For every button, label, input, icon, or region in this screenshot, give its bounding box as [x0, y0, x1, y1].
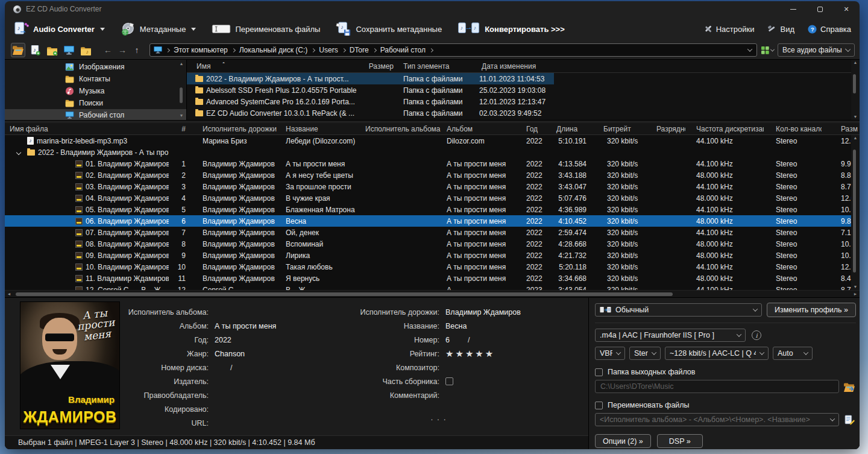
tree-item[interactable]: Поиски: [5, 97, 186, 109]
track-row[interactable]: 01. Владимир Ждамиров - А ты про... 1 Вл…: [5, 158, 860, 169]
breadcrumb[interactable]: Этот компьютер Локальный диск (C:) Users…: [149, 43, 757, 57]
scroll-down-icon[interactable]: ▼: [180, 113, 184, 119]
view-mode-button[interactable]: [760, 43, 775, 57]
column-header-album[interactable]: Альбом: [442, 125, 521, 133]
track-row[interactable]: 03. Владимир Ждамиров - За прош... 3 Вла…: [5, 181, 860, 192]
maximize-button[interactable]: [807, 1, 833, 17]
genre-field[interactable]: Chanson: [209, 350, 245, 358]
profile-select[interactable]: Обычный: [595, 303, 762, 317]
tree-item[interactable]: Рабочий стол: [5, 109, 186, 120]
folder-row[interactable]: Abelssoft SSD Fresh Plus 12.0.45575 Port…: [187, 84, 554, 96]
track-row[interactable]: marina-briz-lebedi-mp3.mp3 Марина Бриз Л…: [5, 135, 860, 147]
edit-profile-button[interactable]: Изменить профиль »: [767, 303, 856, 317]
quality-select[interactable]: ~128 kbit/s | AAC-LC | Q 4: [665, 347, 769, 360]
rename-pattern-select[interactable]: <Исполнитель альбома> - <Альбом>\<Номер>…: [595, 413, 839, 426]
track-number-field[interactable]: 6: [439, 336, 450, 344]
breadcrumb-item[interactable]: DTore: [350, 46, 369, 54]
audio-converter-menu[interactable]: Audio Converter: [13, 22, 105, 36]
rename-files-checkbox[interactable]: [595, 402, 603, 409]
folder-row[interactable]: EZ CD Audio Converter 10.3.0.1 RePack (&…: [187, 107, 554, 119]
track-list-scrollbar[interactable]: ▲ ▼: [851, 135, 860, 290]
convert-button[interactable]: Конвертировать >>>: [458, 22, 565, 36]
view-button[interactable]: Вид: [767, 25, 794, 34]
column-header-name[interactable]: Имя ▲: [187, 62, 359, 71]
disc-number-field[interactable]: /: [209, 364, 232, 372]
tree-scrollbar[interactable]: ▲ ▼: [178, 61, 185, 119]
album-field[interactable]: А ты прости меня: [209, 322, 276, 330]
track-row[interactable]: 07. Владимир Ждамиров - Ой, дене... 7 Вл…: [5, 227, 860, 238]
back-icon[interactable]: ←: [101, 45, 115, 55]
track-row[interactable]: 04. Владимир Ждамиров - В чужие ... 4 Вл…: [5, 192, 860, 204]
tree-item[interactable]: Изображения: [5, 61, 186, 73]
output-path-input[interactable]: C:\Users\DTore\Music: [595, 380, 839, 393]
folder-row[interactable]: Advanced SystemCare Pro 16.2.0.169 Porta…: [187, 96, 554, 107]
rating-stars[interactable]: ★★★★★: [439, 348, 495, 359]
column-header-title[interactable]: Название: [281, 125, 360, 133]
column-header-channels[interactable]: Кол-во каналов: [764, 125, 822, 133]
track-row[interactable]: 06. Владимир Ждамиров - Весна.m... 6 Вла…: [5, 215, 860, 227]
title-bar[interactable]: EZ CD Audio Converter ✕: [5, 1, 860, 17]
scroll-right-icon[interactable]: ►: [851, 291, 860, 297]
column-header-type[interactable]: Тип элемента: [396, 62, 474, 71]
track-row[interactable]: 09. Владимир Ждамиров - Лирика.... 9 Вла…: [5, 250, 860, 261]
scroll-down-icon[interactable]: ▼: [854, 284, 858, 290]
options-button[interactable]: Опции (2) »: [595, 434, 651, 448]
scroll-up-icon[interactable]: ▲: [180, 61, 184, 67]
dsp-button[interactable]: DSP »: [657, 434, 703, 448]
scroll-down-icon[interactable]: ▼: [854, 114, 858, 120]
column-header-size[interactable]: Размер: [822, 125, 858, 133]
track-row[interactable]: 11. Владимир Ждамиров - Я вернус... 11 В…: [5, 273, 860, 284]
scroll-up-icon[interactable]: ▲: [854, 135, 858, 141]
help-button[interactable]: Справка: [808, 25, 851, 34]
settings-button[interactable]: Настройки: [703, 25, 755, 34]
format-info-button[interactable]: i: [752, 330, 761, 340]
save-metadata-button[interactable]: Сохранить метаданные: [336, 22, 442, 36]
file-filter-select[interactable]: Все аудио файлы: [778, 43, 855, 57]
expander-icon[interactable]: [16, 150, 21, 154]
column-header-track-artist[interactable]: Исполнитель дорожки: [198, 125, 281, 133]
breadcrumb-item[interactable]: Users: [319, 46, 338, 54]
bitrate-mode-select[interactable]: VBR: [595, 347, 625, 360]
column-header-album-artist[interactable]: Исполнитель альбома: [360, 125, 442, 133]
column-header-number[interactable]: #: [169, 125, 198, 133]
add-files-button[interactable]: [28, 43, 42, 57]
column-header-size[interactable]: Размер: [359, 62, 396, 71]
album-art[interactable]: А тыпростименя Владимир ЖДАМИРОВ: [20, 301, 120, 429]
track-title-field[interactable]: Весна: [439, 322, 467, 330]
track-artist-field[interactable]: Владимир Ждамиров: [439, 308, 521, 317]
output-folder-checkbox[interactable]: [595, 368, 603, 376]
desktop-location-button[interactable]: [61, 43, 76, 57]
track-row[interactable]: 02. Владимир Ждамиров - А я несу ... 2 В…: [5, 169, 860, 181]
column-header-bitrate[interactable]: Битрейт: [599, 125, 652, 133]
tree-item[interactable]: Контакты: [5, 73, 186, 85]
column-header-date[interactable]: Дата изменения: [474, 62, 554, 71]
track-row[interactable]: 2022 - Владимир Ждамиров - А ты про...: [5, 147, 860, 158]
edit-pattern-button[interactable]: [843, 414, 856, 426]
format-select[interactable]: .m4a | AAC | Fraunhofer IIS [ Pro ]: [595, 329, 746, 342]
breadcrumb-item[interactable]: Локальный диск (C:): [239, 46, 308, 54]
breadcrumb-dropdown-icon[interactable]: [747, 46, 752, 51]
scroll-up-icon[interactable]: ▲: [854, 60, 858, 66]
track-row[interactable]: 10. Владимир Ждамиров - Такая л... 10 Вл…: [5, 261, 860, 273]
metadata-menu[interactable]: Метаданные: [121, 22, 197, 36]
minimize-button[interactable]: [780, 1, 807, 17]
browse-output-folder-button[interactable]: [843, 380, 856, 393]
channels-select[interactable]: Stereo: [629, 347, 661, 360]
music-folder-button[interactable]: [78, 43, 93, 57]
close-button[interactable]: ✕: [833, 1, 860, 17]
column-header-bitdepth[interactable]: Разрядность: [652, 125, 685, 133]
column-header-filename[interactable]: Имя файла: [5, 125, 169, 133]
compilation-checkbox[interactable]: [445, 377, 453, 385]
track-row[interactable]: 12. Сергей С... - В... Ж... 12 Сергей С.…: [5, 284, 860, 290]
column-header-length[interactable]: Длина: [552, 125, 599, 133]
more-fields-indicator[interactable]: . . .: [342, 414, 535, 422]
folder-row[interactable]: 2022 - Владимир Ждамиров - А ты прост...…: [187, 73, 554, 84]
column-header-samplerate[interactable]: Частота дискретизации: [685, 125, 764, 133]
breadcrumb-item[interactable]: Этот компьютер: [174, 46, 228, 54]
track-list-hscrollbar[interactable]: ◄ ►: [5, 290, 860, 297]
file-browser-scrollbar[interactable]: ▲ ▼: [851, 60, 860, 120]
tree-item[interactable]: Музыка: [5, 85, 186, 97]
track-row[interactable]: 08. Владимир Ждамиров - Вспоми... 8 Влад…: [5, 238, 860, 250]
scroll-left-icon[interactable]: ◄: [5, 291, 13, 297]
rename-files-button[interactable]: Переименовать файлы: [212, 22, 320, 36]
